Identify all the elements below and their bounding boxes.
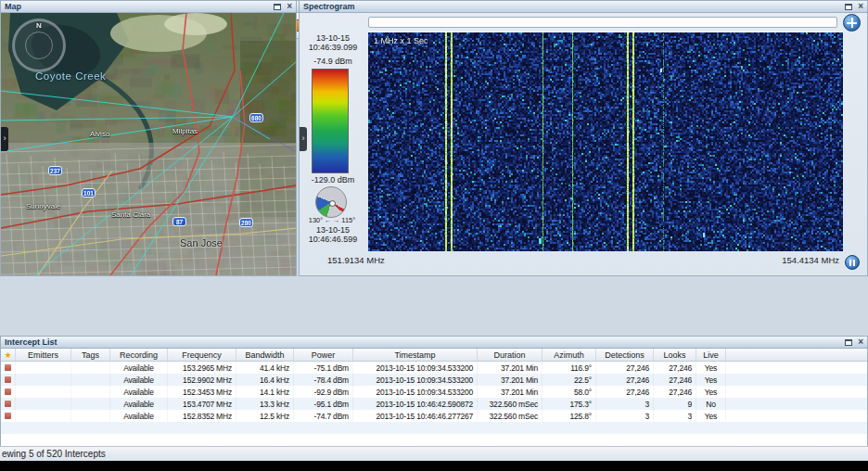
intercept-row[interactable]: Available 152.3453 MHz 14.1 kHz -92.9 dB… (1, 386, 867, 398)
spectrogram-end-time: 13-10-15 10:46:46.599 (301, 225, 364, 244)
column-header-timestamp[interactable]: Timestamp (353, 349, 478, 361)
cell-duration: 37.201 Min (478, 386, 542, 398)
cell-emitters (16, 362, 71, 374)
cell-recording: Available (110, 386, 168, 398)
frequency-zoom-scrollbar[interactable] (368, 17, 837, 28)
cell-recording: Available (110, 374, 168, 386)
intercept-row[interactable]: Available 152.9902 MHz 16.4 kHz -78.4 dB… (1, 374, 867, 386)
cell-looks: 27,246 (654, 386, 696, 398)
map-label-san-jose: San Jose (180, 237, 223, 248)
intercept-list-panel: Intercept List × ★ Emitters Tags Recordi… (0, 336, 868, 446)
spectrogram-canvas[interactable] (368, 32, 843, 251)
route-shield-680-icon: 680 (249, 113, 263, 122)
spectrogram-title-bar[interactable]: Spectrogram × (300, 1, 867, 13)
row-icon (1, 374, 16, 386)
close-panel-icon[interactable]: × (858, 338, 863, 346)
cell-bandwidth: 16.4 kHz (236, 374, 294, 386)
favorites-star-icon: ★ (4, 350, 11, 360)
cell-live: Yes (696, 410, 726, 422)
column-header-emitters[interactable]: Emitters (16, 349, 71, 361)
cell-looks: 27,246 (654, 362, 696, 374)
intercept-table-body: Available 153.2965 MHz 41.4 kHz -75.1 dB… (1, 362, 867, 446)
pause-button[interactable] (845, 255, 860, 270)
power-color-scale (312, 69, 349, 173)
cell-emitters (16, 386, 71, 398)
intercept-list-title-bar[interactable]: Intercept List × (1, 337, 867, 349)
resolution-label: 1 MHz x 1 Sec (374, 36, 428, 45)
column-header-live[interactable]: Live (696, 349, 726, 361)
float-panel-icon[interactable] (845, 4, 852, 10)
cell-bandwidth: 12.5 kHz (236, 410, 294, 422)
map-collapse-arrow-icon[interactable]: › (1, 127, 8, 151)
cell-duration: 37.201 Min (478, 374, 542, 386)
column-header-frequency[interactable]: Frequency (168, 349, 236, 361)
intercept-row[interactable]: Available 153.2965 MHz 41.4 kHz -75.1 dB… (1, 362, 867, 374)
cell-timestamp: 2013-10-15 10:09:34.533200 (353, 386, 478, 398)
route-shield-237-icon: 237 (48, 166, 62, 175)
empty-row (1, 434, 867, 446)
pan-button[interactable] (843, 14, 861, 32)
close-panel-icon[interactable]: × (287, 3, 292, 10)
column-header-azimuth[interactable]: Azimuth (542, 349, 596, 361)
cell-detections: 27,246 (596, 362, 654, 374)
cell-looks: 9 (654, 398, 696, 410)
cell-azimuth: 175.3° (542, 398, 596, 410)
cell-tags (71, 362, 110, 374)
start-date: 13-10-15 (301, 33, 364, 43)
intercept-row[interactable]: Available 152.8352 MHz 12.5 kHz -74.7 dB… (1, 410, 867, 422)
cell-power: -95.1 dBm (294, 398, 353, 410)
cell-tags (71, 398, 110, 410)
spectrogram-start-time: 13-10-15 10:46:39.099 (301, 33, 364, 52)
cell-timestamp: 2013-10-15 10:46:42.590872 (353, 398, 478, 410)
map-title-bar[interactable]: Map × (1, 1, 296, 13)
cell-looks: 3 (654, 410, 696, 422)
empty-row (1, 422, 867, 434)
frequency-max-label: 154.4134 MHz (782, 255, 839, 265)
cell-looks: 27,246 (654, 374, 696, 386)
cell-emitters (16, 398, 71, 410)
window-bottom-edge (0, 461, 868, 471)
arrow-left-icon: ← (325, 217, 331, 223)
cell-filler (726, 362, 867, 374)
cell-tags (71, 386, 110, 398)
cell-frequency: 152.9902 MHz (168, 374, 236, 386)
application-window: File Manage View Help Dashboard × Missio… (0, 0, 868, 471)
spectrogram-panel: Spectrogram × 13-10-15 10:46:39.099 -74.… (299, 0, 868, 276)
cell-recording: Available (110, 362, 168, 374)
azimuth-range: 130° ← → 115° (300, 216, 364, 224)
route-shield-280-icon: 280 (239, 218, 253, 227)
cell-frequency: 153.2965 MHz (168, 362, 236, 374)
spectrogram-collapse-arrow-icon[interactable]: › (300, 127, 307, 151)
spectrogram-title: Spectrogram (303, 2, 355, 11)
cell-bandwidth: 13.3 kHz (236, 398, 294, 410)
cell-bandwidth: 41.4 kHz (236, 362, 294, 374)
float-panel-icon[interactable] (845, 339, 852, 346)
close-panel-icon[interactable]: × (858, 3, 863, 10)
intercept-list-title: Intercept List (5, 337, 57, 347)
intercept-row[interactable]: Available 153.4707 MHz 13.3 kHz -95.1 dB… (1, 398, 867, 410)
cell-power: -92.9 dBm (294, 386, 353, 398)
column-header-tags[interactable]: Tags (71, 349, 110, 361)
column-header-power[interactable]: Power (294, 349, 353, 361)
column-header-duration[interactable]: Duration (478, 349, 542, 361)
compass-north-label: N (36, 21, 42, 30)
cell-emitters (16, 410, 71, 422)
map-view[interactable]: N Coyote Creek Alviso Milpitas Sunnyvale… (1, 13, 296, 275)
cell-duration: 322.560 mSec (478, 410, 542, 422)
cell-frequency: 152.3453 MHz (168, 386, 236, 398)
column-header-looks[interactable]: Looks (654, 349, 696, 361)
cell-azimuth: 116.9° (542, 362, 596, 374)
favorites-column-header[interactable]: ★ (1, 349, 16, 361)
spectrogram-view: 13-10-15 10:46:39.099 -74.9 dBm -129.0 d… (300, 13, 867, 275)
scale-min-label: -129.0 dBm (301, 175, 364, 185)
end-date: 13-10-15 (301, 225, 364, 235)
arrow-right-icon: → (333, 217, 339, 223)
cell-recording: Available (110, 398, 168, 410)
cell-detections: 3 (596, 398, 654, 410)
column-header-bandwidth[interactable]: Bandwidth (236, 349, 294, 361)
column-header-recording[interactable]: Recording (110, 349, 168, 361)
column-header-detections[interactable]: Detections (596, 349, 654, 361)
map-label-milpitas: Milpitas (172, 127, 198, 135)
row-icon (1, 410, 16, 422)
float-panel-icon[interactable] (274, 4, 281, 10)
